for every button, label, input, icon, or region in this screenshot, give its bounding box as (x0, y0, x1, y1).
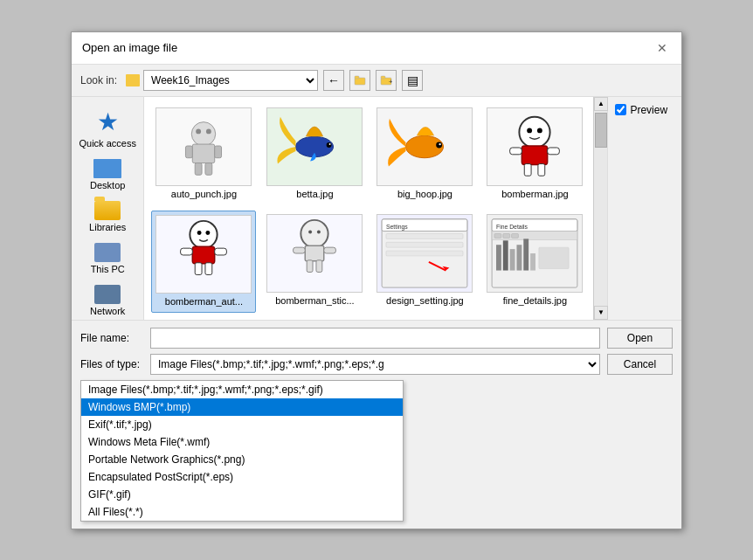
svg-rect-1 (355, 76, 359, 79)
sidebar-item-quick-access[interactable]: ★ Quick access (73, 104, 142, 152)
svg-rect-37 (215, 248, 227, 255)
file-item[interactable]: Settings design_setting.jpg (373, 211, 476, 313)
file-thumbnail (155, 107, 252, 186)
file-thumbnail (266, 214, 363, 293)
svg-rect-71 (531, 253, 536, 271)
file-name: betta.jpg (296, 189, 333, 199)
sidebar-libraries-label: Libraries (89, 222, 126, 232)
file-thumbnail (487, 107, 583, 186)
dropdown-item-eps[interactable]: Encapsulated PostScript(*.eps) (81, 468, 403, 486)
svg-text:Settings: Settings (386, 224, 408, 231)
sidebar-item-network[interactable]: Network (73, 281, 142, 320)
folder-up-button[interactable] (349, 70, 370, 91)
svg-point-13 (206, 128, 211, 134)
svg-rect-7 (193, 144, 215, 163)
scrollbar[interactable]: ▲ ▼ (593, 97, 607, 320)
main-content: auto_punch.jpg (144, 97, 607, 320)
body: ★ Quick access Desktop Libraries This P (72, 97, 681, 320)
open-image-dialog: Open an image file ✕ Look in: Week16_Ima… (71, 31, 682, 529)
look-in-label: Look in: (80, 74, 117, 86)
svg-rect-54 (386, 242, 463, 247)
svg-point-16 (327, 142, 332, 148)
file-item[interactable]: betta.jpg (263, 104, 366, 204)
svg-rect-39 (205, 263, 212, 275)
svg-rect-26 (522, 146, 548, 165)
svg-rect-47 (307, 260, 314, 273)
filename-row: File name: Open (80, 328, 673, 349)
svg-rect-27 (510, 147, 522, 154)
new-folder-button[interactable]: + (376, 70, 397, 91)
star-icon: ★ (97, 107, 119, 136)
dropdown-item-all-images[interactable]: Image Files(*.bmp;*.tif;*.jpg;*.wmf;*.pn… (81, 381, 403, 398)
back-button[interactable]: ← (323, 70, 344, 91)
toolbar: Look in: Week16_Images ← + ▤ (72, 65, 681, 97)
svg-rect-38 (196, 263, 203, 275)
preview-checkbox[interactable] (615, 104, 626, 115)
svg-rect-55 (386, 251, 463, 256)
svg-point-43 (317, 231, 321, 234)
files-of-type-label: Files of type: (80, 358, 150, 370)
svg-rect-44 (306, 245, 325, 261)
file-item[interactable]: auto_punch.jpg (151, 104, 256, 204)
sidebar-item-this-pc[interactable]: This PC (73, 239, 142, 278)
dropdown-item-png[interactable]: Portable Network Graphics(*.png) (81, 451, 403, 468)
file-name: design_setting.jpg (386, 295, 464, 306)
file-thumbnail: Fine Details (487, 214, 583, 293)
view-button[interactable]: ▤ (402, 70, 423, 91)
svg-point-17 (329, 143, 331, 145)
file-item[interactable]: big_hoop.jpg (373, 104, 476, 204)
scroll-down-arrow[interactable]: ▼ (594, 306, 608, 320)
svg-rect-36 (181, 248, 193, 255)
dropdown-item-gif[interactable]: GIF(*.gif) (81, 486, 403, 503)
look-in-select[interactable]: Week16_Images (143, 70, 318, 91)
svg-point-23 (520, 116, 550, 147)
svg-rect-3 (381, 76, 385, 79)
cancel-button[interactable]: Cancel (607, 354, 673, 375)
file-item[interactable]: bomberman_aut... (151, 211, 256, 313)
svg-point-20 (437, 142, 443, 148)
svg-rect-70 (524, 239, 529, 270)
file-thumbnail (376, 107, 473, 186)
file-name: bomberman.jpg (501, 189, 568, 199)
svg-point-24 (528, 128, 533, 133)
sidebar-desktop-label: Desktop (90, 180, 125, 190)
svg-point-34 (206, 231, 211, 235)
dropdown-item-all-files[interactable]: All Files(*.*) (81, 503, 403, 521)
sidebar-network-label: Network (90, 306, 125, 316)
dropdown-item-wmf[interactable]: Windows Meta File(*.wmf) (81, 433, 403, 451)
file-name: big_hoop.jpg (397, 189, 452, 199)
file-name: bomberman_stic... (275, 295, 354, 306)
dropdown-item-exif[interactable]: Exif(*.tif;*.jpg) (81, 416, 403, 433)
svg-point-21 (439, 142, 441, 144)
files-of-type-select[interactable]: Image Files(*.bmp;*.tif;*.jpg;*.wmf;*.pn… (150, 354, 600, 375)
svg-rect-68 (510, 249, 515, 270)
sidebar-item-libraries[interactable]: Libraries (73, 197, 142, 236)
open-button[interactable]: Open (607, 328, 673, 349)
file-thumbnail: Settings (376, 214, 473, 293)
scroll-up-arrow[interactable]: ▲ (594, 97, 608, 111)
sidebar-thispc-label: This PC (91, 264, 125, 274)
file-item[interactable]: bomberman_stic... (263, 211, 366, 313)
computer-icon (94, 243, 121, 262)
close-button[interactable]: ✕ (653, 39, 671, 57)
file-name-input[interactable] (150, 328, 600, 349)
desktop-icon (93, 159, 121, 178)
file-item[interactable]: Fine Details (483, 211, 586, 313)
bottom-area: File name: Open Files of type: Image Fil… (72, 320, 681, 529)
svg-rect-29 (525, 163, 532, 176)
preview-checkbox-row[interactable]: Preview (615, 104, 674, 116)
filetype-row: Files of type: Image Files(*.bmp;*.tif;*… (80, 354, 673, 375)
dropdown-item-bmp[interactable]: Windows BMP(*.bmp) (81, 398, 403, 416)
file-item[interactable]: bomberman.jpg (483, 104, 586, 204)
svg-text:Fine Details: Fine Details (496, 224, 528, 230)
svg-rect-8 (186, 146, 193, 158)
svg-text:+: + (389, 78, 392, 86)
scroll-thumb[interactable] (595, 113, 607, 148)
network-icon (94, 285, 121, 304)
file-grid: auto_punch.jpg (144, 97, 593, 320)
file-name: bomberman_aut... (165, 296, 243, 307)
file-grid-area: auto_punch.jpg (144, 97, 607, 320)
sidebar-item-desktop[interactable]: Desktop (73, 156, 142, 194)
svg-rect-69 (517, 245, 522, 270)
file-thumbnail (266, 107, 363, 186)
